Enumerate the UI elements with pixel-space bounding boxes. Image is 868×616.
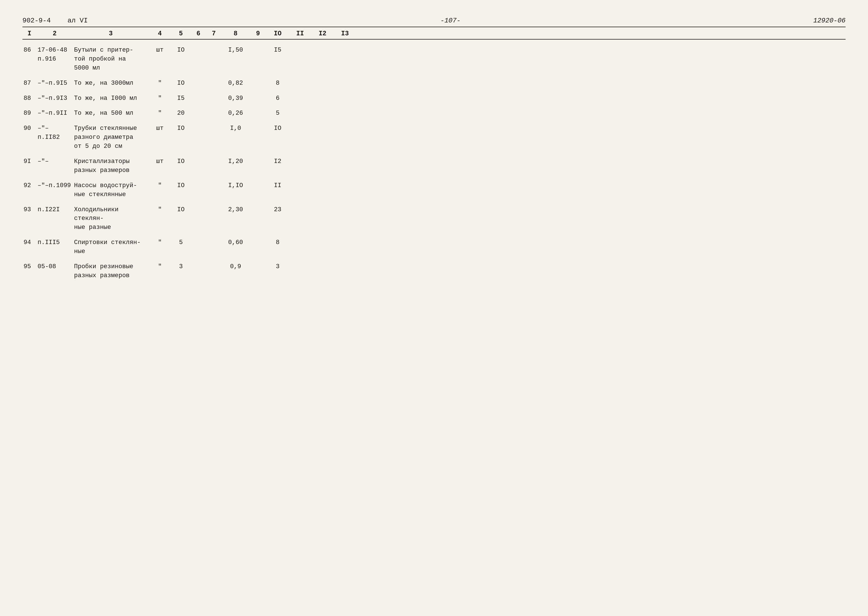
row-9-cell-8: 0,60 xyxy=(221,238,250,247)
row-8-cell-10: 23 xyxy=(267,205,289,214)
row-6-cell-4: шт xyxy=(149,157,171,166)
row-5-cell-3: Трубки стеклянные разного диаметра от 5 … xyxy=(73,124,149,151)
header-divider xyxy=(22,27,846,27)
row-9-cell-10: 8 xyxy=(267,238,289,247)
row-5-cell-10: IO xyxy=(267,124,289,133)
row-6-cell-5: IO xyxy=(171,157,191,166)
table-row: 8617-06-48 п.916Бутыли с притер- той про… xyxy=(22,45,846,74)
row-8-cell-3: Холодильники стеклян- ные разные xyxy=(73,205,149,232)
row-3-cell-5: I5 xyxy=(171,94,191,103)
table-row: 87–"–п.9I5То же, на 3000мл"IO0,828 xyxy=(22,78,846,89)
row-7-cell-4: " xyxy=(149,181,171,190)
table-row: 9I–"–Кристаллизаторы разных размеровштIO… xyxy=(22,156,846,176)
row-4-cell-3: То же, на 500 мл xyxy=(73,109,149,118)
row-6-cell-1: 9I xyxy=(22,157,36,166)
row-3-cell-2: –"–п.9I3 xyxy=(36,94,73,103)
row-3-cell-3: То же, на I000 мл xyxy=(73,94,149,103)
row-2-cell-8: 0,82 xyxy=(221,79,250,88)
row-1-cell-4: шт xyxy=(149,46,171,55)
table-row: 94п.III5Спиртовки стеклян- ные"50,608 xyxy=(22,237,846,257)
row-1-cell-3: Бутыли с притер- той пробкой на 5000 мл xyxy=(73,46,149,73)
doc-number: 902-9-4 xyxy=(22,17,51,24)
row-4-cell-2: –"–п.9II xyxy=(36,109,73,118)
page-number: -107- xyxy=(440,17,460,24)
row-1-cell-10: I5 xyxy=(267,46,289,55)
row-4-cell-5: 20 xyxy=(171,109,191,118)
col-header-13: I3 xyxy=(334,30,356,37)
col-header-5: 5 xyxy=(171,30,191,37)
row-1-cell-2: 17-06-48 п.916 xyxy=(36,46,73,64)
row-7-cell-1: 92 xyxy=(22,181,36,190)
row-7-cell-3: Насосы водоструй- ные стеклянные xyxy=(73,181,149,199)
table-row: 90–"– п.II82Трубки стеклянные разного ди… xyxy=(22,123,846,152)
table-body: 8617-06-48 п.916Бутыли с притер- той про… xyxy=(22,41,846,281)
col-header-9: 9 xyxy=(250,30,267,37)
row-5-cell-8: I,0 xyxy=(221,124,250,133)
col-header-6: 6 xyxy=(191,30,206,37)
col-header-2: 2 xyxy=(36,30,73,37)
row-10-cell-10: 3 xyxy=(267,262,289,271)
col-header-3: 3 xyxy=(73,30,149,37)
row-5-cell-4: шт xyxy=(149,124,171,133)
row-8-cell-4: " xyxy=(149,205,171,214)
reference-number: 12920-06 xyxy=(813,17,846,24)
row-7-cell-10: II xyxy=(267,181,289,190)
row-8-cell-8: 2,30 xyxy=(221,205,250,214)
row-1-cell-1: 86 xyxy=(22,46,36,55)
row-5-cell-1: 90 xyxy=(22,124,36,133)
row-5-cell-5: IO xyxy=(171,124,191,133)
col-header-1: I xyxy=(22,30,36,37)
column-headers: I 2 3 4 5 6 7 8 9 IO II I2 I3 xyxy=(22,30,846,39)
row-6-cell-3: Кристаллизаторы разных размеров xyxy=(73,157,149,175)
row-10-cell-2: 05-08 xyxy=(36,262,73,271)
row-10-cell-3: Пробки резиновые разных размеров xyxy=(73,262,149,280)
row-4-cell-4: " xyxy=(149,109,171,118)
page-header: 902-9-4 ал VI -107- 12920-06 xyxy=(22,17,846,24)
col-header-11: II xyxy=(289,30,311,37)
row-4-cell-10: 5 xyxy=(267,109,289,118)
row-8-cell-5: IO xyxy=(171,205,191,214)
row-4-cell-1: 89 xyxy=(22,109,36,118)
row-9-cell-2: п.III5 xyxy=(36,238,73,247)
col-header-4: 4 xyxy=(149,30,171,37)
row-3-cell-10: 6 xyxy=(267,94,289,103)
table-row: 92–"–п.1099Насосы водоструй- ные стеклян… xyxy=(22,180,846,200)
table-row: 89–"–п.9IIТо же, на 500 мл"200,265 xyxy=(22,108,846,119)
row-1-cell-5: IO xyxy=(171,46,191,55)
row-6-cell-10: I2 xyxy=(267,157,289,166)
col-header-12: I2 xyxy=(311,30,334,37)
row-2-cell-1: 87 xyxy=(22,79,36,88)
row-3-cell-8: 0,39 xyxy=(221,94,250,103)
table-row: 9505-08Пробки резиновые разных размеров"… xyxy=(22,261,846,281)
row-2-cell-5: IO xyxy=(171,79,191,88)
table-row: 88–"–п.9I3То же, на I000 мл"I50,396 xyxy=(22,93,846,104)
col-header-7: 7 xyxy=(206,30,221,37)
row-7-cell-5: IO xyxy=(171,181,191,190)
row-10-cell-1: 95 xyxy=(22,262,36,271)
col-header-8: 8 xyxy=(221,30,250,37)
row-2-cell-10: 8 xyxy=(267,79,289,88)
row-1-cell-8: I,50 xyxy=(221,46,250,55)
row-9-cell-5: 5 xyxy=(171,238,191,247)
row-7-cell-2: –"–п.1099 xyxy=(36,181,73,190)
row-3-cell-4: " xyxy=(149,94,171,103)
row-2-cell-3: То же, на 3000мл xyxy=(73,79,149,88)
table-row: 93п.I22IХолодильники стеклян- ные разные… xyxy=(22,204,846,233)
row-4-cell-8: 0,26 xyxy=(221,109,250,118)
row-3-cell-1: 88 xyxy=(22,94,36,103)
col-header-10: IO xyxy=(267,30,289,37)
row-9-cell-3: Спиртовки стеклян- ные xyxy=(73,238,149,256)
row-8-cell-1: 93 xyxy=(22,205,36,214)
row-9-cell-1: 94 xyxy=(22,238,36,247)
row-7-cell-8: I,IO xyxy=(221,181,250,190)
row-2-cell-4: " xyxy=(149,79,171,88)
row-10-cell-5: 3 xyxy=(171,262,191,271)
row-6-cell-2: –"– xyxy=(36,157,73,166)
row-5-cell-2: –"– п.II82 xyxy=(36,124,73,142)
row-9-cell-4: " xyxy=(149,238,171,247)
row-6-cell-8: I,20 xyxy=(221,157,250,166)
row-2-cell-2: –"–п.9I5 xyxy=(36,79,73,88)
row-10-cell-8: 0,9 xyxy=(221,262,250,271)
row-8-cell-2: п.I22I xyxy=(36,205,73,214)
row-10-cell-4: " xyxy=(149,262,171,271)
